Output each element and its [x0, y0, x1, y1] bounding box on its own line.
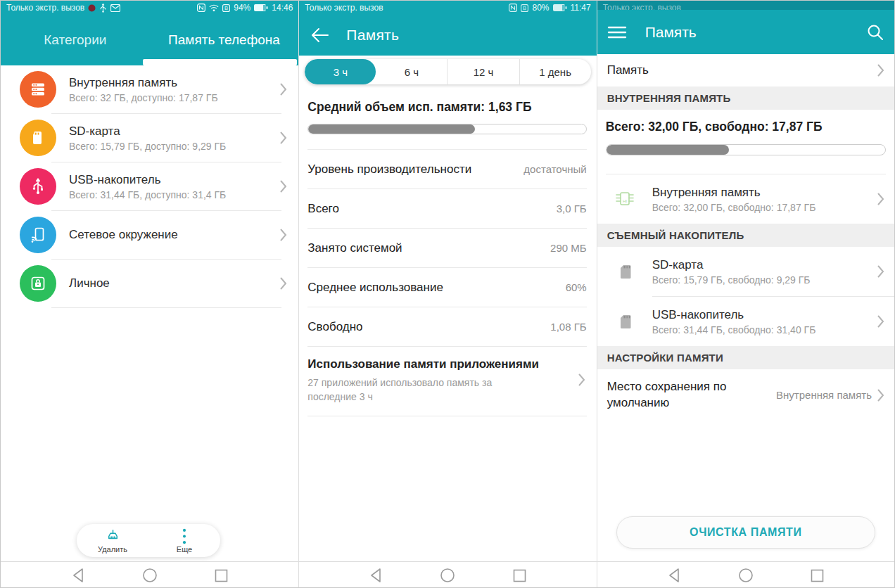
nav-back-button[interactable] — [664, 565, 685, 586]
back-triangle-icon — [667, 568, 681, 583]
item-subtitle: Всего: 31,44 ГБ, доступно: 31,4 ГБ — [69, 189, 280, 200]
internal-summary: Всего: 32,00 ГБ, свободно: 17,87 ГБ — [606, 120, 886, 134]
list-item-sd-card[interactable]: SD-карта Всего: 15,79 ГБ, доступно: 9,29… — [1, 114, 298, 162]
recents-square-icon — [513, 569, 526, 582]
list-item-network-neighborhood[interactable]: Сетевое окружение — [1, 211, 298, 259]
row-free: Свободно 1,08 ГБ — [307, 307, 586, 347]
nfc-status-icon — [197, 4, 205, 12]
micro-sd-icon — [613, 312, 637, 331]
status-bar: Только экстр. вызов B 80% 11:47 — [299, 1, 596, 15]
battery-icon — [553, 4, 567, 11]
tab-phone-memory[interactable]: Память телефона — [150, 15, 299, 65]
item-subtitle: Всего: 15,79 ГБ, доступно: 9,29 ГБ — [69, 141, 280, 152]
chevron-right-icon — [280, 180, 287, 193]
server-icon — [20, 71, 56, 108]
avg-usage-title: Средний объем исп. памяти: 1,63 ГБ — [307, 100, 586, 115]
svg-text:HI: HI — [623, 199, 627, 203]
nav-back-button[interactable] — [365, 565, 386, 586]
screenshot-root: Только экстр. вызов B 94% 14:46 Категори… — [0, 0, 895, 588]
list-item-usb-storage[interactable]: USB-накопитель Всего: 31,44 ГБ, свободно… — [597, 297, 894, 346]
record-status-icon — [88, 4, 96, 12]
time-range-segmented-control: 3 ч 6 ч 12 ч 1 день — [305, 59, 590, 84]
battery-saver-status-icon: B — [521, 4, 528, 12]
item-subtitle: Всего: 15,79 ГБ, свободно: 9,29 ГБ — [652, 274, 877, 286]
segment-6h[interactable]: 6 ч — [376, 59, 447, 84]
stat-rows: Уровень производительности достаточный В… — [307, 149, 586, 416]
section-header-internal: ВНУТРЕННЯЯ ПАМЯТЬ — [597, 87, 894, 110]
nav-back-button[interactable] — [68, 565, 89, 586]
svg-text:B: B — [523, 5, 526, 11]
network-phone-icon — [20, 217, 56, 253]
carrier-text: Только экстр. вызов — [305, 3, 383, 13]
status-bar-clipped: Только экстр. вызов — [597, 1, 894, 10]
usb-status-icon — [99, 4, 107, 13]
delete-button-label: Удалить — [98, 545, 127, 554]
active-tab-indicator — [143, 59, 297, 65]
list-item-internal-memory[interactable]: Внутренняя память Всего: 32 ГБ, доступно… — [1, 65, 298, 113]
list-item-sd-card[interactable]: SD-карта Всего: 15,79 ГБ, свободно: 9,29… — [597, 247, 894, 296]
wifi-status-icon — [209, 4, 219, 12]
battery-saver-status-icon: B — [222, 4, 230, 12]
app-header: Память — [299, 15, 596, 56]
more-button[interactable]: Еще — [148, 524, 220, 557]
app-usage-title: Использование памяти приложениями — [307, 357, 586, 371]
list-item-internal-memory[interactable]: HI Внутренняя память Всего: 32,00 ГБ, св… — [597, 174, 894, 224]
message-status-icon — [110, 4, 120, 12]
tab-categories[interactable]: Категории — [1, 15, 150, 65]
nav-home-button[interactable] — [139, 565, 160, 586]
avg-usage-progressbar — [307, 124, 586, 134]
memory-chip-icon: HI — [613, 187, 637, 211]
micro-sd-icon — [613, 262, 637, 281]
item-subtitle: Всего: 31,44 ГБ, свободно: 31,40 ГБ — [652, 324, 877, 335]
memory-cleanup-button[interactable]: ОЧИСТКА ПАМЯТИ — [616, 516, 875, 549]
more-dots-icon — [182, 528, 186, 544]
hamburger-menu-icon[interactable] — [607, 25, 627, 39]
segment-3h[interactable]: 3 ч — [305, 59, 376, 84]
row-average-usage: Среднее использование 60% — [307, 268, 586, 307]
chevron-right-icon — [877, 389, 884, 402]
home-circle-icon — [738, 568, 754, 583]
nfc-status-icon — [509, 4, 517, 12]
carrier-text: Только экстр. вызов — [6, 3, 84, 13]
list-item-personal[interactable]: Личное — [1, 260, 298, 307]
list-item-usb-storage[interactable]: USB-накопитель Всего: 31,44 ГБ, доступно… — [1, 162, 298, 210]
app-usage-subtitle: 27 приложений использовало память за пос… — [307, 376, 526, 404]
item-title: Внутренняя память — [69, 76, 280, 90]
nav-recents-button[interactable] — [211, 565, 232, 586]
recents-square-icon — [811, 569, 824, 582]
page-title: Память — [645, 24, 866, 41]
search-icon[interactable] — [866, 23, 884, 41]
android-navbar — [299, 561, 596, 588]
item-subtitle: Всего: 32 ГБ, доступно: 17,87 ГБ — [69, 92, 280, 103]
nav-recents-button[interactable] — [807, 565, 828, 586]
home-circle-icon — [142, 568, 158, 583]
item-title: SD-карта — [69, 124, 280, 139]
memory-row[interactable]: Память — [597, 54, 894, 87]
chevron-right-icon — [280, 83, 287, 96]
ram-stats: Средний объем исп. памяти: 1,63 ГБ Урове… — [299, 100, 596, 416]
nav-recents-button[interactable] — [509, 565, 530, 586]
nav-home-button[interactable] — [437, 565, 458, 586]
row-performance-level: Уровень производительности достаточный — [307, 150, 586, 189]
app-header: Память — [597, 10, 894, 54]
app-memory-usage-row[interactable]: Использование памяти приложениями 27 при… — [307, 347, 586, 416]
nav-home-button[interactable] — [735, 565, 756, 586]
svg-text:B: B — [224, 5, 228, 11]
setting-value: Внутренняя память — [769, 388, 872, 402]
internal-memory-section: Всего: 32,00 ГБ, свободно: 17,87 ГБ — [597, 110, 894, 174]
chevron-right-icon — [578, 373, 585, 386]
recents-square-icon — [215, 569, 228, 582]
back-arrow-icon[interactable] — [310, 27, 329, 43]
internal-progressbar — [606, 144, 886, 155]
home-circle-icon — [440, 568, 455, 583]
item-title: Внутренняя память — [652, 186, 877, 200]
android-navbar — [597, 561, 894, 588]
item-title: Личное — [69, 276, 280, 290]
default-save-location-row[interactable]: Место сохранения по умолчанию Внутренняя… — [597, 369, 894, 421]
delete-button[interactable]: Удалить — [77, 524, 148, 557]
segment-12h[interactable]: 12 ч — [447, 59, 519, 84]
chevron-right-icon — [877, 315, 884, 328]
section-header-memory-settings: НАСТРОЙКИ ПАМЯТИ — [597, 346, 894, 369]
segment-1day[interactable]: 1 день — [519, 59, 591, 84]
chevron-right-icon — [280, 229, 287, 241]
